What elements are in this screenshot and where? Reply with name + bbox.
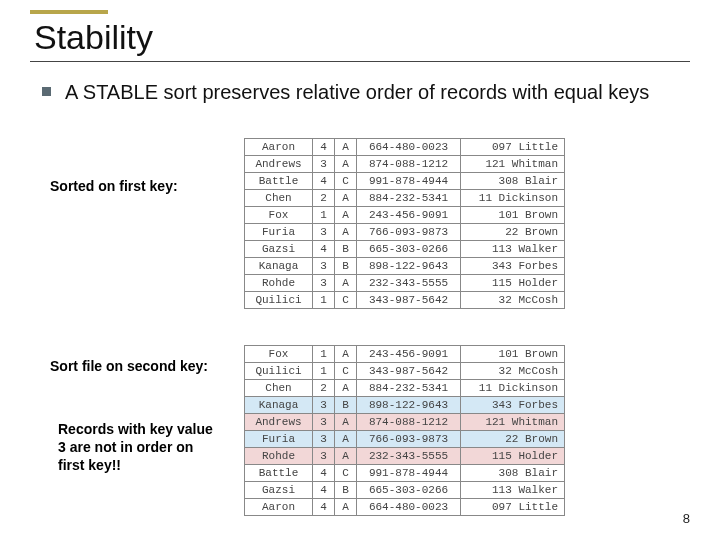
cell-num: 664-480-0023 xyxy=(357,139,461,156)
accent-bar xyxy=(30,10,108,14)
cell-k2: C xyxy=(335,292,357,309)
cell-num: 884-232-5341 xyxy=(357,190,461,207)
cell-addr: 115 Holder xyxy=(461,448,565,465)
cell-k1: 1 xyxy=(313,346,335,363)
table-row: Gazsi4B665-303-0266113 Walker xyxy=(245,482,565,499)
table-row: Kanaga3B898-122-9643343 Forbes xyxy=(245,258,565,275)
label-sort-second-key: Sort file on second key: xyxy=(50,358,208,374)
cell-addr: 11 Dickinson xyxy=(461,190,565,207)
cell-k1: 4 xyxy=(313,241,335,258)
table-sorted-first-key: Aaron4A664-480-0023097 LittleAndrews3A87… xyxy=(244,138,565,309)
cell-addr: 121 Whitman xyxy=(461,156,565,173)
cell-num: 343-987-5642 xyxy=(357,292,461,309)
cell-k2: C xyxy=(335,173,357,190)
table-row: Andrews3A874-088-1212121 Whitman xyxy=(245,156,565,173)
cell-k1: 4 xyxy=(313,139,335,156)
table-row: Rohde3A232-343-5555115 Holder xyxy=(245,448,565,465)
cell-addr: 32 McCosh xyxy=(461,363,565,380)
cell-name: Fox xyxy=(245,207,313,224)
cell-k1: 1 xyxy=(313,363,335,380)
cell-name: Aaron xyxy=(245,139,313,156)
cell-num: 664-480-0023 xyxy=(357,499,461,516)
cell-addr: 22 Brown xyxy=(461,224,565,241)
cell-name: Kanaga xyxy=(245,258,313,275)
cell-k2: C xyxy=(335,465,357,482)
bullet-item: A STABLE sort preserves relative order o… xyxy=(42,80,682,105)
cell-num: 343-987-5642 xyxy=(357,363,461,380)
page-number: 8 xyxy=(683,511,690,526)
cell-name: Kanaga xyxy=(245,397,313,414)
cell-num: 232-343-5555 xyxy=(357,275,461,292)
table-row: Chen2A884-232-534111 Dickinson xyxy=(245,380,565,397)
cell-addr: 097 Little xyxy=(461,139,565,156)
cell-k1: 2 xyxy=(313,190,335,207)
cell-num: 243-456-9091 xyxy=(357,207,461,224)
label-sorted-first-key: Sorted on first key: xyxy=(50,178,178,194)
cell-name: Chen xyxy=(245,190,313,207)
cell-k1: 4 xyxy=(313,173,335,190)
cell-k1: 3 xyxy=(313,397,335,414)
cell-num: 991-878-4944 xyxy=(357,465,461,482)
cell-name: Rohde xyxy=(245,275,313,292)
cell-name: Andrews xyxy=(245,414,313,431)
cell-k1: 3 xyxy=(313,275,335,292)
title-underline xyxy=(30,61,690,62)
table-row: Andrews3A874-088-1212121 Whitman xyxy=(245,414,565,431)
cell-addr: 115 Holder xyxy=(461,275,565,292)
cell-num: 874-088-1212 xyxy=(357,156,461,173)
table-row: Chen2A884-232-534111 Dickinson xyxy=(245,190,565,207)
table-row: Aaron4A664-480-0023097 Little xyxy=(245,499,565,516)
cell-addr: 097 Little xyxy=(461,499,565,516)
cell-num: 766-093-9873 xyxy=(357,224,461,241)
cell-k2: B xyxy=(335,482,357,499)
cell-k2: A xyxy=(335,499,357,516)
cell-num: 874-088-1212 xyxy=(357,414,461,431)
cell-addr: 308 Blair xyxy=(461,173,565,190)
cell-num: 991-878-4944 xyxy=(357,173,461,190)
cell-name: Andrews xyxy=(245,156,313,173)
table-row: Rohde3A232-343-5555115 Holder xyxy=(245,275,565,292)
cell-k2: A xyxy=(335,414,357,431)
cell-k2: A xyxy=(335,190,357,207)
bullet-text: A STABLE sort preserves relative order o… xyxy=(65,80,649,105)
table-row: Quilici1C343-987-564232 McCosh xyxy=(245,292,565,309)
cell-k1: 1 xyxy=(313,207,335,224)
cell-k2: A xyxy=(335,156,357,173)
cell-k2: A xyxy=(335,346,357,363)
table-row: Fox1A243-456-9091101 Brown xyxy=(245,207,565,224)
cell-addr: 11 Dickinson xyxy=(461,380,565,397)
cell-name: Fox xyxy=(245,346,313,363)
cell-k2: A xyxy=(335,139,357,156)
cell-addr: 113 Walker xyxy=(461,482,565,499)
cell-k1: 3 xyxy=(313,414,335,431)
table-row: Gazsi4B665-303-0266113 Walker xyxy=(245,241,565,258)
cell-name: Gazsi xyxy=(245,241,313,258)
table-sorted-second-key: Fox1A243-456-9091101 BrownQuilici1C343-9… xyxy=(244,345,565,516)
cell-name: Aaron xyxy=(245,499,313,516)
cell-k1: 1 xyxy=(313,292,335,309)
cell-addr: 32 McCosh xyxy=(461,292,565,309)
cell-num: 665-303-0266 xyxy=(357,241,461,258)
cell-num: 665-303-0266 xyxy=(357,482,461,499)
cell-k1: 4 xyxy=(313,499,335,516)
cell-k2: A xyxy=(335,431,357,448)
table-row: Furia3A766-093-987322 Brown xyxy=(245,431,565,448)
table-row: Kanaga3B898-122-9643343 Forbes xyxy=(245,397,565,414)
cell-k2: C xyxy=(335,363,357,380)
table-row: Quilici1C343-987-564232 McCosh xyxy=(245,363,565,380)
table-row: Aaron4A664-480-0023097 Little xyxy=(245,139,565,156)
cell-num: 884-232-5341 xyxy=(357,380,461,397)
cell-k2: A xyxy=(335,275,357,292)
cell-k2: B xyxy=(335,258,357,275)
cell-k1: 3 xyxy=(313,156,335,173)
cell-name: Battle xyxy=(245,465,313,482)
cell-addr: 343 Forbes xyxy=(461,258,565,275)
square-bullet-icon xyxy=(42,87,51,96)
cell-k1: 4 xyxy=(313,465,335,482)
label-note: Records with key value 3 are not in orde… xyxy=(58,420,218,475)
cell-k1: 3 xyxy=(313,431,335,448)
slide-title: Stability xyxy=(34,18,153,57)
cell-k2: A xyxy=(335,207,357,224)
cell-name: Battle xyxy=(245,173,313,190)
table-row: Battle4C991-878-4944308 Blair xyxy=(245,173,565,190)
